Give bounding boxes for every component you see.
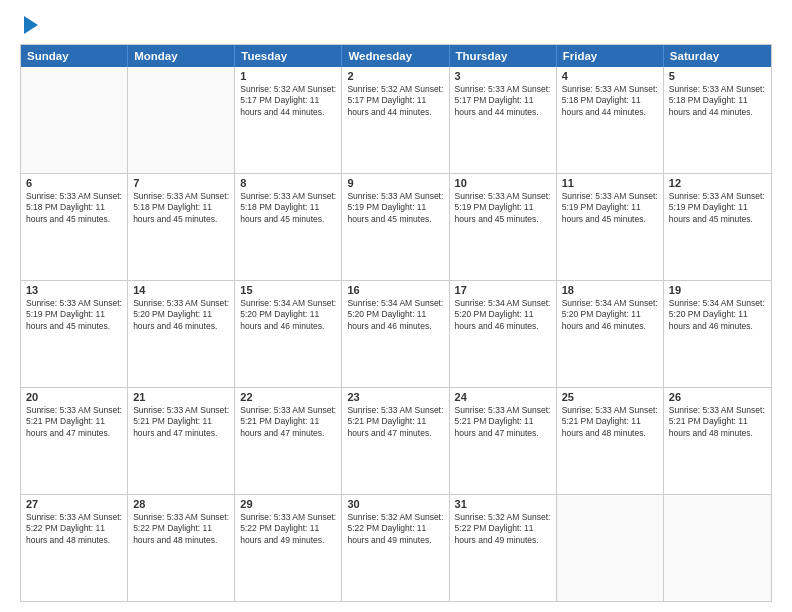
day-info: Sunrise: 5:34 AM Sunset: 5:20 PM Dayligh… [562, 298, 658, 332]
day-number: 15 [240, 284, 336, 296]
day-number: 21 [133, 391, 229, 403]
day-info: Sunrise: 5:33 AM Sunset: 5:22 PM Dayligh… [133, 512, 229, 546]
day-info: Sunrise: 5:32 AM Sunset: 5:17 PM Dayligh… [347, 84, 443, 118]
day-number: 22 [240, 391, 336, 403]
calendar-body: 1Sunrise: 5:32 AM Sunset: 5:17 PM Daylig… [21, 67, 771, 601]
calendar-cell: 28Sunrise: 5:33 AM Sunset: 5:22 PM Dayli… [128, 495, 235, 601]
calendar-cell: 20Sunrise: 5:33 AM Sunset: 5:21 PM Dayli… [21, 388, 128, 494]
day-number: 5 [669, 70, 766, 82]
day-info: Sunrise: 5:34 AM Sunset: 5:20 PM Dayligh… [240, 298, 336, 332]
day-number: 16 [347, 284, 443, 296]
day-number: 19 [669, 284, 766, 296]
day-number: 13 [26, 284, 122, 296]
calendar-cell: 18Sunrise: 5:34 AM Sunset: 5:20 PM Dayli… [557, 281, 664, 387]
day-number: 7 [133, 177, 229, 189]
calendar-row: 1Sunrise: 5:32 AM Sunset: 5:17 PM Daylig… [21, 67, 771, 173]
day-number: 12 [669, 177, 766, 189]
logo [20, 18, 38, 34]
calendar-cell: 19Sunrise: 5:34 AM Sunset: 5:20 PM Dayli… [664, 281, 771, 387]
day-info: Sunrise: 5:32 AM Sunset: 5:22 PM Dayligh… [347, 512, 443, 546]
day-number: 8 [240, 177, 336, 189]
calendar-cell: 26Sunrise: 5:33 AM Sunset: 5:21 PM Dayli… [664, 388, 771, 494]
calendar-cell: 25Sunrise: 5:33 AM Sunset: 5:21 PM Dayli… [557, 388, 664, 494]
day-number: 3 [455, 70, 551, 82]
day-info: Sunrise: 5:32 AM Sunset: 5:22 PM Dayligh… [455, 512, 551, 546]
day-number: 23 [347, 391, 443, 403]
day-number: 18 [562, 284, 658, 296]
day-info: Sunrise: 5:33 AM Sunset: 5:18 PM Dayligh… [133, 191, 229, 225]
calendar-cell: 27Sunrise: 5:33 AM Sunset: 5:22 PM Dayli… [21, 495, 128, 601]
calendar-cell: 17Sunrise: 5:34 AM Sunset: 5:20 PM Dayli… [450, 281, 557, 387]
calendar-cell: 4Sunrise: 5:33 AM Sunset: 5:18 PM Daylig… [557, 67, 664, 173]
day-info: Sunrise: 5:33 AM Sunset: 5:21 PM Dayligh… [669, 405, 766, 439]
calendar-row: 27Sunrise: 5:33 AM Sunset: 5:22 PM Dayli… [21, 494, 771, 601]
calendar-cell: 11Sunrise: 5:33 AM Sunset: 5:19 PM Dayli… [557, 174, 664, 280]
day-info: Sunrise: 5:33 AM Sunset: 5:22 PM Dayligh… [26, 512, 122, 546]
calendar-cell: 23Sunrise: 5:33 AM Sunset: 5:21 PM Dayli… [342, 388, 449, 494]
day-number: 17 [455, 284, 551, 296]
calendar-cell: 31Sunrise: 5:32 AM Sunset: 5:22 PM Dayli… [450, 495, 557, 601]
weekday-header: Monday [128, 45, 235, 67]
day-info: Sunrise: 5:33 AM Sunset: 5:19 PM Dayligh… [347, 191, 443, 225]
calendar-cell: 10Sunrise: 5:33 AM Sunset: 5:19 PM Dayli… [450, 174, 557, 280]
calendar-cell [557, 495, 664, 601]
day-info: Sunrise: 5:32 AM Sunset: 5:17 PM Dayligh… [240, 84, 336, 118]
calendar-cell: 12Sunrise: 5:33 AM Sunset: 5:19 PM Dayli… [664, 174, 771, 280]
calendar-cell [128, 67, 235, 173]
day-info: Sunrise: 5:33 AM Sunset: 5:19 PM Dayligh… [669, 191, 766, 225]
calendar-cell: 13Sunrise: 5:33 AM Sunset: 5:19 PM Dayli… [21, 281, 128, 387]
day-info: Sunrise: 5:33 AM Sunset: 5:21 PM Dayligh… [562, 405, 658, 439]
calendar-cell: 29Sunrise: 5:33 AM Sunset: 5:22 PM Dayli… [235, 495, 342, 601]
day-info: Sunrise: 5:33 AM Sunset: 5:20 PM Dayligh… [133, 298, 229, 332]
weekday-header: Sunday [21, 45, 128, 67]
weekday-header: Wednesday [342, 45, 449, 67]
day-number: 28 [133, 498, 229, 510]
day-info: Sunrise: 5:34 AM Sunset: 5:20 PM Dayligh… [669, 298, 766, 332]
calendar-row: 6Sunrise: 5:33 AM Sunset: 5:18 PM Daylig… [21, 173, 771, 280]
calendar-cell: 16Sunrise: 5:34 AM Sunset: 5:20 PM Dayli… [342, 281, 449, 387]
weekday-header: Saturday [664, 45, 771, 67]
day-number: 14 [133, 284, 229, 296]
day-info: Sunrise: 5:33 AM Sunset: 5:19 PM Dayligh… [455, 191, 551, 225]
day-info: Sunrise: 5:33 AM Sunset: 5:21 PM Dayligh… [455, 405, 551, 439]
day-info: Sunrise: 5:33 AM Sunset: 5:18 PM Dayligh… [669, 84, 766, 118]
calendar-cell: 21Sunrise: 5:33 AM Sunset: 5:21 PM Dayli… [128, 388, 235, 494]
day-number: 25 [562, 391, 658, 403]
calendar-cell: 7Sunrise: 5:33 AM Sunset: 5:18 PM Daylig… [128, 174, 235, 280]
calendar-cell: 22Sunrise: 5:33 AM Sunset: 5:21 PM Dayli… [235, 388, 342, 494]
day-info: Sunrise: 5:33 AM Sunset: 5:19 PM Dayligh… [562, 191, 658, 225]
calendar-cell: 1Sunrise: 5:32 AM Sunset: 5:17 PM Daylig… [235, 67, 342, 173]
weekday-header: Tuesday [235, 45, 342, 67]
day-number: 27 [26, 498, 122, 510]
day-number: 11 [562, 177, 658, 189]
calendar-cell: 9Sunrise: 5:33 AM Sunset: 5:19 PM Daylig… [342, 174, 449, 280]
calendar-cell: 30Sunrise: 5:32 AM Sunset: 5:22 PM Dayli… [342, 495, 449, 601]
calendar-cell [664, 495, 771, 601]
day-info: Sunrise: 5:33 AM Sunset: 5:21 PM Dayligh… [347, 405, 443, 439]
day-number: 30 [347, 498, 443, 510]
day-info: Sunrise: 5:33 AM Sunset: 5:18 PM Dayligh… [562, 84, 658, 118]
weekday-header: Thursday [450, 45, 557, 67]
day-info: Sunrise: 5:33 AM Sunset: 5:21 PM Dayligh… [26, 405, 122, 439]
logo-arrow-icon [24, 16, 38, 34]
weekday-header: Friday [557, 45, 664, 67]
calendar-row: 20Sunrise: 5:33 AM Sunset: 5:21 PM Dayli… [21, 387, 771, 494]
day-number: 24 [455, 391, 551, 403]
day-number: 1 [240, 70, 336, 82]
day-number: 31 [455, 498, 551, 510]
calendar-header: SundayMondayTuesdayWednesdayThursdayFrid… [21, 45, 771, 67]
day-number: 29 [240, 498, 336, 510]
day-number: 26 [669, 391, 766, 403]
calendar-cell: 5Sunrise: 5:33 AM Sunset: 5:18 PM Daylig… [664, 67, 771, 173]
calendar-cell: 3Sunrise: 5:33 AM Sunset: 5:17 PM Daylig… [450, 67, 557, 173]
calendar: SundayMondayTuesdayWednesdayThursdayFrid… [20, 44, 772, 602]
day-info: Sunrise: 5:33 AM Sunset: 5:22 PM Dayligh… [240, 512, 336, 546]
day-info: Sunrise: 5:33 AM Sunset: 5:21 PM Dayligh… [240, 405, 336, 439]
day-info: Sunrise: 5:33 AM Sunset: 5:18 PM Dayligh… [240, 191, 336, 225]
day-info: Sunrise: 5:34 AM Sunset: 5:20 PM Dayligh… [347, 298, 443, 332]
calendar-cell: 24Sunrise: 5:33 AM Sunset: 5:21 PM Dayli… [450, 388, 557, 494]
header [20, 18, 772, 34]
calendar-cell: 15Sunrise: 5:34 AM Sunset: 5:20 PM Dayli… [235, 281, 342, 387]
day-info: Sunrise: 5:33 AM Sunset: 5:21 PM Dayligh… [133, 405, 229, 439]
day-info: Sunrise: 5:33 AM Sunset: 5:18 PM Dayligh… [26, 191, 122, 225]
